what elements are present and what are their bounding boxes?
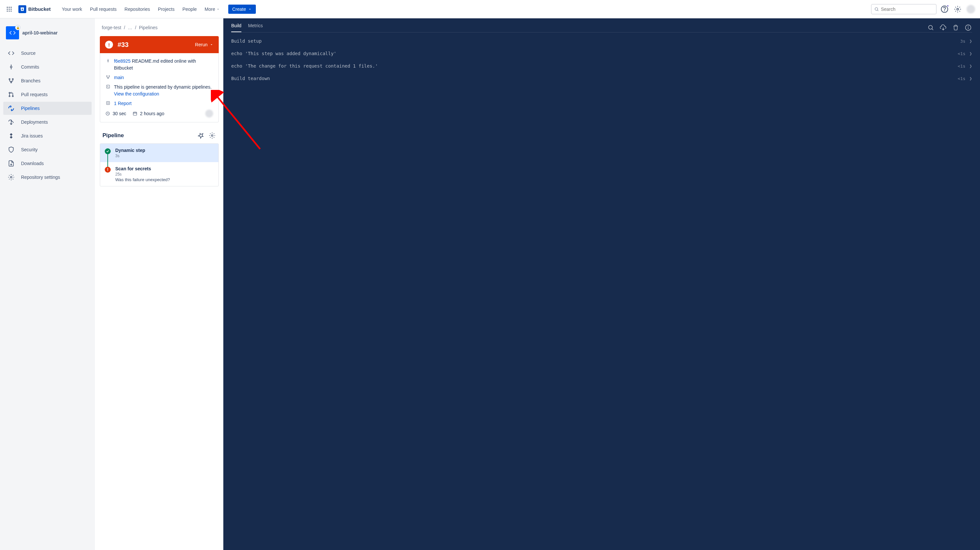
nav-more[interactable]: More xyxy=(201,5,223,14)
nav-people[interactable]: People xyxy=(179,5,200,14)
info-icon xyxy=(965,24,972,31)
pin-button[interactable] xyxy=(197,132,205,139)
commit-icon xyxy=(105,59,111,63)
svg-point-20 xyxy=(9,92,10,93)
error-icon: ! xyxy=(105,167,111,173)
pull-request-icon xyxy=(7,90,15,98)
nav-your-work[interactable]: Your work xyxy=(59,5,85,14)
commit-hash-link[interactable]: f6e8925 xyxy=(114,59,131,63)
bitbucket-logo[interactable]: Bitbucket xyxy=(16,5,53,13)
svg-point-3 xyxy=(7,8,8,10)
log-line[interactable]: echo 'The change for this request contai… xyxy=(231,63,972,68)
svg-point-1 xyxy=(8,6,10,8)
nav-projects[interactable]: Projects xyxy=(155,5,178,14)
app-switcher-icon[interactable] xyxy=(4,4,14,14)
notification-badge xyxy=(947,5,949,7)
help-button[interactable] xyxy=(939,4,950,14)
jira-icon xyxy=(7,132,15,140)
svg-point-8 xyxy=(11,11,11,11)
sidebar-item-pipelines[interactable]: Pipelines xyxy=(3,102,92,115)
log-info-button[interactable] xyxy=(964,24,972,32)
pipeline-settings-button[interactable] xyxy=(208,132,216,139)
profile-avatar[interactable] xyxy=(966,4,976,14)
search-icon xyxy=(874,6,879,12)
create-button[interactable]: Create xyxy=(228,5,256,14)
sidebar-item-source[interactable]: Source xyxy=(3,47,92,60)
svg-point-9 xyxy=(875,8,878,10)
view-config-link[interactable]: View the configuration xyxy=(114,91,159,97)
sidebar-item-downloads[interactable]: Downloads xyxy=(3,157,92,170)
svg-point-39 xyxy=(212,135,213,136)
nav-repositories[interactable]: Repositories xyxy=(121,5,153,14)
search-box[interactable] xyxy=(871,4,937,14)
gear-icon xyxy=(209,132,215,139)
dynamic-note: This pipeline is generated by dynamic pi… xyxy=(114,84,212,90)
step-dynamic-step[interactable]: Dynamic step 3s xyxy=(100,144,218,162)
run-duration: 30 sec xyxy=(113,110,126,117)
sidebar-item-security[interactable]: Security xyxy=(3,143,92,156)
svg-point-28 xyxy=(109,76,109,76)
sidebar-item-repo-settings[interactable]: Repository settings xyxy=(3,171,92,184)
search-input[interactable] xyxy=(881,6,933,12)
reports-link[interactable]: 1 Report xyxy=(114,100,132,107)
avatar-icon xyxy=(967,5,975,13)
rerun-button[interactable]: Rerun xyxy=(195,42,213,47)
svg-point-40 xyxy=(928,25,932,29)
settings-button[interactable] xyxy=(952,4,963,14)
run-status-banner: ! #33 Rerun xyxy=(100,36,219,53)
chevron-down-icon xyxy=(216,8,220,11)
gear-icon xyxy=(954,6,961,13)
svg-point-14 xyxy=(11,66,12,68)
sidebar-item-deployments[interactable]: Deployments xyxy=(3,116,92,128)
run-info-card: f6e8925 README.md edited online with Bit… xyxy=(100,53,219,122)
branch-link[interactable]: main xyxy=(114,74,124,81)
svg-point-27 xyxy=(107,76,107,76)
log-delete-button[interactable] xyxy=(952,24,959,32)
svg-point-23 xyxy=(11,176,12,178)
top-nav: Bitbucket Your work Pull requests Reposi… xyxy=(0,0,980,18)
trash-icon xyxy=(953,25,959,30)
breadcrumb-root[interactable]: forge-test xyxy=(102,25,121,30)
log-download-button[interactable] xyxy=(939,24,947,32)
run-when: 2 hours ago xyxy=(140,110,164,117)
commit-icon xyxy=(7,63,15,71)
step-list: Dynamic step 3s ! Scan for secrets 25s W… xyxy=(100,143,219,186)
sidebar-item-commits[interactable]: Commits xyxy=(3,60,92,73)
svg-point-21 xyxy=(9,95,10,97)
log-tab-build[interactable]: Build xyxy=(231,23,242,32)
breadcrumb-leaf[interactable]: Pipelines xyxy=(139,25,158,30)
sidebar-item-branches[interactable]: Branches xyxy=(3,74,92,87)
cloud-download-icon xyxy=(940,24,947,31)
log-line[interactable]: Build setup 3s ❯ xyxy=(231,38,972,44)
svg-point-17 xyxy=(9,78,10,79)
calendar-icon xyxy=(133,111,137,116)
sidebar-item-jira-issues[interactable]: Jira issues xyxy=(3,129,92,143)
nav-pull-requests[interactable]: Pull requests xyxy=(87,5,120,14)
branch-icon xyxy=(7,77,15,85)
log-line[interactable]: Build teardown <1s ❯ xyxy=(231,76,972,81)
log-search-button[interactable] xyxy=(927,24,935,32)
chevron-right-icon: ❯ xyxy=(969,38,972,44)
chevron-right-icon: ❯ xyxy=(969,63,972,68)
gear-icon xyxy=(7,173,15,181)
log-line[interactable]: echo 'This step was added dynamically' <… xyxy=(231,51,972,56)
step-scan-for-secrets[interactable]: ! Scan for secrets 25s Was this failure … xyxy=(100,162,218,186)
report-icon xyxy=(105,101,111,105)
success-icon xyxy=(105,148,111,154)
breadcrumb-mid[interactable]: … xyxy=(128,25,132,30)
search-icon xyxy=(928,24,934,31)
svg-point-4 xyxy=(8,8,10,10)
actor-avatar[interactable] xyxy=(205,109,213,117)
repo-header[interactable]: 🔒 april-10-webinar xyxy=(3,25,92,41)
svg-point-44 xyxy=(968,26,969,26)
svg-point-5 xyxy=(11,8,11,10)
breadcrumb: forge-test / … / Pipelines xyxy=(100,25,219,30)
svg-point-19 xyxy=(11,82,11,83)
svg-point-7 xyxy=(8,11,10,11)
svg-point-13 xyxy=(957,8,959,10)
svg-point-2 xyxy=(11,6,11,8)
log-tab-metrics[interactable]: Metrics xyxy=(248,23,263,32)
svg-rect-35 xyxy=(133,112,137,115)
sidebar-item-pull-requests[interactable]: Pull requests xyxy=(3,88,92,101)
error-icon: ! xyxy=(105,41,113,49)
